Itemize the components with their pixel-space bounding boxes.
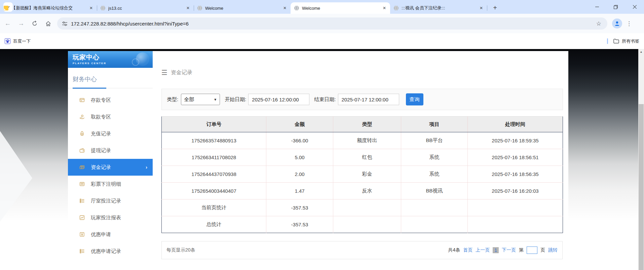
cell-project: 系统 bbox=[401, 166, 468, 183]
all-bookmarks[interactable]: 所有书签 bbox=[607, 38, 639, 44]
table-summary-row-page: 当前页统计 -357.53 bbox=[162, 199, 563, 216]
window-controls bbox=[588, 0, 644, 14]
sidebar-item-lottery-bet-detail[interactable]: 彩票下注明细 bbox=[68, 176, 153, 192]
cell-order: 1752654003440407 bbox=[162, 183, 266, 199]
cell-project: 系统 bbox=[401, 149, 468, 166]
prev-page-link[interactable]: 上一页 bbox=[476, 247, 490, 253]
sidebar-item-hall-bet-record[interactable]: 厅室投注记录 bbox=[68, 192, 153, 209]
profile-avatar[interactable] bbox=[612, 18, 622, 29]
browser-menu-button[interactable]: ⋮ bbox=[626, 20, 632, 27]
reload-icon bbox=[32, 20, 38, 27]
cell-type: 红包 bbox=[333, 149, 401, 166]
cell-empty bbox=[468, 216, 563, 233]
tab-close-icon[interactable]: ✕ bbox=[282, 5, 288, 11]
page-header: ☰ 资金记录 bbox=[161, 69, 563, 77]
back-button[interactable]: ← bbox=[2, 18, 13, 29]
cell-summary-amount: -357.53 bbox=[266, 216, 333, 233]
jump-go-link[interactable]: 跳转 bbox=[548, 247, 558, 253]
sidebar-item-label: 充值记录 bbox=[91, 131, 111, 137]
cell-summary-label: 当前页统计 bbox=[162, 199, 266, 216]
table-header-row: 订单号 金额 类型 项目 处理时间 bbox=[162, 117, 563, 132]
sidebar-item-withdrawal-record[interactable]: 提现记录 bbox=[68, 142, 153, 159]
address-bar[interactable]: 172.247.228.82:888/hhcp/usercenter.html?… bbox=[57, 17, 607, 30]
circle-decoration bbox=[132, 58, 139, 66]
end-date-input[interactable] bbox=[338, 94, 399, 105]
reload-button[interactable] bbox=[29, 18, 40, 29]
cell-project: BB平台 bbox=[401, 132, 468, 149]
tab-title: js13.cc bbox=[108, 6, 185, 11]
all-bookmarks-label: 所有书签 bbox=[622, 38, 639, 44]
page-scrollbar[interactable]: ▲ bbox=[638, 49, 644, 270]
tab-close-icon[interactable]: ✕ bbox=[185, 5, 191, 11]
tab-title: Welcome bbox=[302, 6, 381, 11]
sidebar-item-label: 优惠申请记录 bbox=[91, 248, 121, 255]
sidebar-section-title: 财务中心 bbox=[68, 68, 153, 83]
scrollbar-up-arrow[interactable]: ▲ bbox=[638, 49, 644, 55]
browser-window: 【新提醒】海燕策略论坛综合交 ✕ js13.cc ✕ Welcome ✕ bbox=[0, 0, 644, 270]
bookmark-baidu[interactable]: 百度一下 bbox=[5, 38, 31, 44]
cell-time: 2025-07-16 18:59:35 bbox=[468, 132, 563, 149]
type-select[interactable]: 全部 ▼ bbox=[181, 94, 220, 105]
sidebar-item-player-bet-report[interactable]: 玩家投注报表 bbox=[68, 209, 153, 226]
filter-bar: 类型: 全部 ▼ 开始日期: 结束日期: 查询 bbox=[161, 89, 563, 110]
cell-amount: 2.00 bbox=[266, 166, 333, 183]
type-label: 类型: bbox=[167, 96, 178, 103]
cell-empty bbox=[401, 216, 468, 233]
cell-time: 2025-07-16 16:20:03 bbox=[468, 183, 563, 199]
cell-empty bbox=[333, 199, 401, 216]
list-items-icon bbox=[79, 197, 85, 204]
table-row: 1752663574880913 -366.00 额度转出 BB平台 2025-… bbox=[162, 132, 563, 149]
jump-label-pre: 第 bbox=[519, 247, 524, 253]
tab-video-records[interactable]: :::视讯 会员下注纪录::: ✕ bbox=[390, 2, 487, 14]
search-button[interactable]: 查询 bbox=[406, 93, 423, 105]
start-date-input[interactable] bbox=[248, 94, 309, 105]
home-button[interactable] bbox=[42, 18, 54, 29]
sidebar-item-promo-apply[interactable]: 优惠申请 bbox=[68, 226, 153, 243]
coupon-icon bbox=[79, 231, 85, 238]
sidebar-item-label: 优惠申请 bbox=[91, 231, 111, 238]
globe-icon bbox=[197, 5, 202, 11]
sidebar-item-promo-apply-record[interactable]: 优惠申请记录 bbox=[68, 243, 153, 260]
restore-icon bbox=[614, 5, 618, 9]
new-tab-button[interactable]: + bbox=[490, 3, 500, 12]
sidebar-menu: 存款专区 取款专区 充值记录 bbox=[68, 92, 153, 260]
sidebar-item-recharge-record[interactable]: 充值记录 bbox=[68, 125, 153, 142]
browser-toolbar: ← → 172.247.228.82:888/hhcp/usercenter.h… bbox=[0, 14, 644, 33]
restore-button[interactable] bbox=[606, 0, 625, 14]
tab-title: Welcome bbox=[205, 6, 282, 11]
sidebar-item-label: 玩家投注报表 bbox=[91, 215, 121, 221]
bookmark-star-icon[interactable]: ☆ bbox=[596, 20, 601, 27]
close-window-button[interactable] bbox=[625, 0, 644, 14]
bookmarks-separator bbox=[607, 38, 608, 44]
tab-forum[interactable]: 【新提醒】海燕策略论坛综合交 ✕ bbox=[0, 2, 97, 14]
tab-close-icon[interactable]: ✕ bbox=[381, 5, 387, 11]
sidebar-item-label: 厅室投注记录 bbox=[91, 198, 121, 204]
baidu-paw-icon bbox=[5, 38, 10, 44]
cell-project: BB视讯 bbox=[401, 183, 468, 199]
globe-icon bbox=[294, 5, 299, 11]
cell-order: 1752644437070938 bbox=[162, 166, 266, 183]
cell-order: 1752663574880913 bbox=[162, 132, 266, 149]
jump-page-input[interactable] bbox=[527, 246, 537, 254]
sidebar-item-withdraw-zone[interactable]: 取款专区 bbox=[68, 108, 153, 125]
cell-empty bbox=[333, 216, 401, 233]
tab-welcome-1[interactable]: Welcome ✕ bbox=[194, 2, 291, 14]
scrollbar-thumb[interactable] bbox=[639, 104, 644, 270]
pagination-bar: 每页显示20条 共4条 首页 上一页 1 下一页 第 页 跳转 bbox=[161, 241, 563, 259]
sidebar-item-label: 资金记录 bbox=[91, 164, 111, 171]
first-page-link[interactable]: 首页 bbox=[463, 247, 472, 253]
tab-welcome-active[interactable]: Welcome ✕ bbox=[291, 2, 390, 14]
forward-button[interactable]: → bbox=[15, 18, 27, 29]
tab-strip: 【新提醒】海燕策略论坛综合交 ✕ js13.cc ✕ Welcome ✕ bbox=[0, 0, 644, 14]
tab-close-icon[interactable]: ✕ bbox=[478, 5, 484, 11]
minimize-button[interactable] bbox=[588, 0, 606, 14]
background-triangle-decoration bbox=[0, 131, 32, 222]
sidebar-item-funds-record[interactable]: 资金记录 › bbox=[68, 159, 153, 176]
minimize-icon bbox=[595, 5, 599, 9]
next-page-link[interactable]: 下一页 bbox=[502, 247, 516, 253]
tab-close-icon[interactable]: ✕ bbox=[88, 5, 94, 11]
sidebar-item-deposit-zone[interactable]: 存款专区 bbox=[68, 92, 153, 108]
col-header-amount: 金额 bbox=[266, 117, 333, 132]
tab-js13[interactable]: js13.cc ✕ bbox=[97, 2, 194, 14]
url-text[interactable]: 172.247.228.82:888/hhcp/usercenter.html?… bbox=[71, 21, 596, 27]
